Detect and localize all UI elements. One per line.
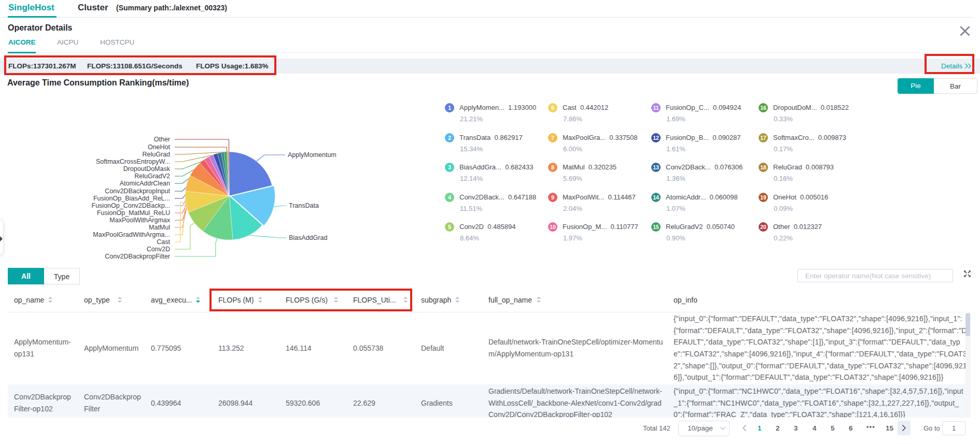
svg-text:BiasAddGrad: BiasAddGrad xyxy=(289,234,327,241)
svg-text:FusionOp_BiasAdd_ReL...: FusionOp_BiasAdd_ReL... xyxy=(93,195,170,202)
svg-text:Other: Other xyxy=(154,136,170,143)
svg-text:ReluGrad: ReluGrad xyxy=(143,151,171,158)
svg-text:MatMul: MatMul xyxy=(149,224,170,231)
svg-text:AtomicAddrClean: AtomicAddrClean xyxy=(120,180,170,187)
svg-text:Cast: Cast xyxy=(157,238,170,246)
svg-text:ApplyMomentum: ApplyMomentum xyxy=(288,151,337,159)
svg-text:Conv2D: Conv2D xyxy=(147,246,170,253)
svg-text:MaxPoolGradWithArgma...: MaxPoolGradWithArgma... xyxy=(93,231,170,238)
svg-text:DropoutDoMask: DropoutDoMask xyxy=(123,165,171,173)
svg-text:MaxPoolWithArgmax: MaxPoolWithArgmax xyxy=(109,217,170,224)
svg-text:Conv2DBackpropFilter: Conv2DBackpropFilter xyxy=(105,253,170,260)
svg-text:ReluGradV2: ReluGradV2 xyxy=(134,173,170,180)
svg-text:FusionOp_Conv2DBackp...: FusionOp_Conv2DBackp... xyxy=(92,202,170,209)
svg-text:Conv2DBackpropInput: Conv2DBackpropInput xyxy=(105,188,170,195)
svg-text:TransData: TransData xyxy=(289,202,319,209)
svg-text:FusionOp_MatMul_ReLU: FusionOp_MatMul_ReLU xyxy=(97,209,170,217)
svg-text:OneHot: OneHot xyxy=(148,144,171,151)
svg-text:SoftmaxCrossEntropyW...: SoftmaxCrossEntropyW... xyxy=(96,158,170,165)
